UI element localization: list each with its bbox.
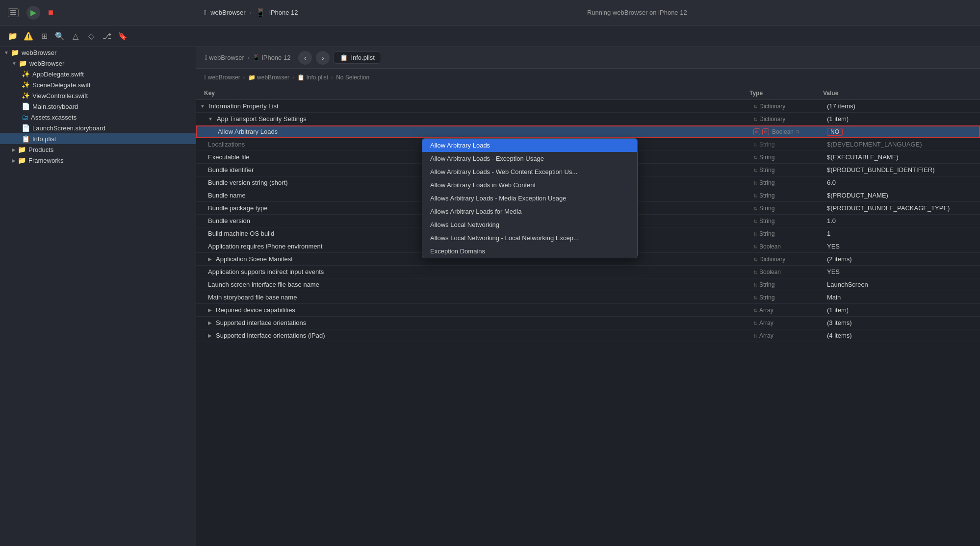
table-row[interactable]: Application supports indirect input even… [196,266,980,278]
stepper-icon: ⇅ [753,219,757,224]
sidebar-item-scenedelegate[interactable]: ✨ SceneDelegate.swift [0,79,196,90]
dropdown-item-allows-for-media[interactable]: Allows Arbitrary Loads for Media [422,205,637,218]
stop-button[interactable]: ■ [48,7,53,18]
key-label: Bundle version string (short) [208,179,288,186]
bc-sep2: › [292,74,294,81]
table-row[interactable]: ▼ Information Property List ⇅Dictionary … [196,100,980,113]
table-row[interactable]: ▼ App Transport Security Settings ⇅Dicti… [196,113,980,125]
table-row[interactable]: ▶ Supported interface orientations ⇅Arra… [196,317,980,329]
col-key-header: Key [200,90,746,97]
sidebar: ▼ 📁 webBrowser ▼ 📁 webBrowser ✨ AppDeleg… [0,47,196,546]
breadcrumb-row:  webBrowser › 📁 webBrowser › 📋 Info.pli… [196,69,980,86]
stepper-icon: ⇅ [753,180,757,186]
sidebar-item-products[interactable]: ▶ 📁 Products [0,144,196,155]
row-value: $(PRODUCT_BUNDLE_PACKAGE_TYPE) [823,204,980,212]
row-key: ▼ Information Property List [196,102,749,110]
stepper-icon: ⇅ [753,117,757,122]
row-value: YES [823,243,980,250]
sidebar-frameworks-label: Frameworks [28,157,192,164]
row-type: ⇅String [749,281,823,288]
nav-back-button[interactable]: ‹ [298,51,312,65]
key-label: Bundle version [208,217,250,224]
row-key: ▶ Supported interface orientations (iPad… [196,332,749,339]
sep-icon: › [247,54,249,61]
git-icon[interactable]: ⎇ [100,29,114,43]
sidebar-item-mainstoryboard[interactable]: 📄 Main.storyboard [0,101,196,112]
folder-icon: 📁 [11,49,19,56]
dropdown-item-allows-local-excep[interactable]: Allows Local Networking - Local Networki… [422,231,637,245]
no-value-badge: NO [827,128,843,136]
row-key: Launch screen interface file base name [196,281,749,288]
run-button[interactable]: ▶ [26,6,40,20]
dropdown-item-allow-exception-usage[interactable]: Allow Arbitrary Loads - Exception Usage [422,152,637,165]
diff-icon[interactable]: ◇ [84,29,98,43]
issues-icon[interactable]: △ [69,29,82,43]
row-value: (3 items) [823,319,980,326]
plist-icon: 📋 [22,135,30,143]
title-bar-left: ▶ ■ [8,6,204,20]
breadcrumb-device: 📱 iPhone 12 [252,54,290,61]
folder-icon: 📁 [18,156,26,164]
stepper-icon: ⇅ [753,155,757,160]
key-dropdown[interactable]: Allow Arbitrary Loads Allow Arbitrary Lo… [422,138,638,258]
sidebar-item-assets[interactable]: 🗂 Assets.xcassets [0,112,196,123]
row-value: Main [823,294,980,301]
table-row[interactable]: Main storyboard file base name ⇅String M… [196,291,980,304]
row-value: YES [823,268,980,275]
folder-icon[interactable]: 📁 [6,29,20,43]
row-value: $(PRODUCT_NAME) [823,192,980,199]
dropdown-item-exception-domains[interactable]: Exception Domains [422,245,637,258]
swift-icon: ✨ [22,92,30,99]
assets-icon: 🗂 [22,113,28,121]
row-value: LaunchScreen [823,281,980,288]
search-icon[interactable]: 🔍 [53,29,67,43]
sidebar-item-root[interactable]: ▼ 📁 webBrowser [0,47,196,58]
dropdown-item-allow-arbitrary-loads[interactable]: Allow Arbitrary Loads [422,139,637,152]
row-type: ⇅String [749,205,823,212]
bc-file: 📋 Info.plist [297,74,328,81]
tab-infoplist[interactable]: 📋 Info.plist [334,51,381,64]
sidebar-item-viewcontroller[interactable]: ✨ ViewController.swift [0,90,196,101]
nav-forward-button[interactable]: › [316,51,330,65]
sidebar-item-appdelegate[interactable]: ✨ AppDelegate.swift [0,69,196,79]
project-name: webBrowser [210,9,246,16]
stepper-icon: ⇅ [753,333,757,339]
col-value-header: Value [819,90,976,97]
bookmark-icon[interactable]: 🔖 [116,29,129,43]
dropdown-item-allows-media-exception[interactable]: Allows Arbitrary Loads - Media Exception… [422,192,637,205]
row-type: ⇅String [749,179,823,186]
stepper-icon: ⇅ [753,142,757,148]
table-row[interactable]: ▶ Supported interface orientations (iPad… [196,329,980,342]
hierarchy-icon[interactable]: ⊞ [37,29,51,43]
expand-icon: ▼ [200,103,205,109]
tab-label: Info.plist [351,54,374,61]
table-row[interactable]: Launch screen interface file base name ⇅… [196,278,980,291]
sidebar-root-label: webBrowser [22,49,192,56]
row-value: 1.0 [823,217,980,224]
device-name: iPhone 12 [269,9,298,16]
stepper-icon: ⇅ [753,270,757,275]
key-label: Launch screen interface file base name [208,281,319,288]
expand-icon: ▶ [208,333,212,338]
table-row-allow-arbitrary-loads[interactable]: Allow Arbitrary Loads ⊕ ⊖ Boolean ⇅ NO [196,125,980,138]
sidebar-item-infoplist[interactable]: 📋 Info.plist [0,133,196,144]
chevron-icon: ▼ [12,61,17,66]
dropdown-item-allows-local[interactable]: Allows Local Networking [422,218,637,231]
dropdown-item-allow-web-content[interactable]: Allow Arbitrary Loads - Web Content Exce… [422,165,637,178]
sidebar-toggle-button[interactable] [8,8,19,17]
sidebar-group-label: webBrowser [29,60,192,67]
sidebar-item-launchscreen[interactable]: 📄 LaunchScreen.storyboard [0,123,196,133]
sidebar-item-frameworks[interactable]: ▶ 📁 Frameworks [0,155,196,166]
row-type: ⇅String [749,192,823,199]
warning-icon[interactable]: ⚠️ [22,29,35,43]
sidebar-mainstoryboard-label: Main.storyboard [32,103,192,110]
row-value: NO [823,128,980,136]
table-row[interactable]: ▶ Required device capabilities ⇅Array (1… [196,304,980,317]
sidebar-item-webbrowser-group[interactable]: ▼ 📁 webBrowser [0,58,196,69]
type-label: Boolean [772,128,794,135]
sidebar-viewcontroller-label: ViewController.swift [32,92,192,99]
dropdown-item-allow-in-web[interactable]: Allow Arbitrary Loads in Web Content [422,178,637,192]
folder-icon: 📁 [18,146,26,153]
run-status: Running webBrowser on iPhone 12 [587,9,687,16]
row-type: ⇅Dictionary [749,116,823,123]
